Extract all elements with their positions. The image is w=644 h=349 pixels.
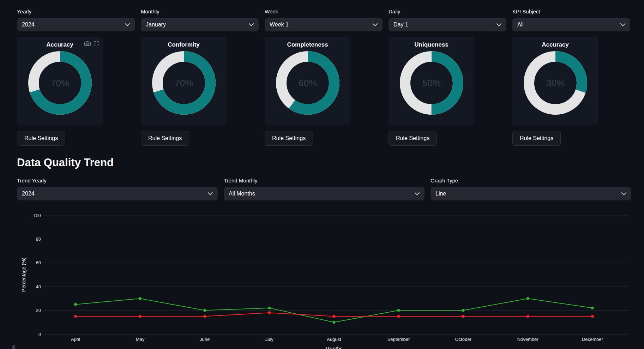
svg-text:April: April	[71, 337, 80, 342]
filter-yearly: Yearly 2024	[17, 8, 135, 31]
filter-yearly-value: 2024	[22, 22, 35, 28]
scrollbar-thumb[interactable]	[12, 345, 15, 349]
filter-trend-monthly: Trend Monthly All Months	[224, 177, 425, 200]
kpi-card-accuracy-2: Accuracy 30%	[512, 37, 598, 125]
kpi-card-accuracy: Accuracy 70%	[17, 37, 103, 125]
filter-monthly-select[interactable]: January	[141, 18, 259, 31]
svg-text:June: June	[200, 337, 210, 342]
filter-yearly-label: Yearly	[17, 8, 135, 14]
svg-text:40: 40	[36, 284, 41, 289]
trend-line-chart[interactable]: 020406080100Percentage (%)AprilMayJuneJu…	[17, 208, 631, 349]
kpi-card-title: Uniqueness	[389, 41, 474, 48]
svg-text:20: 20	[36, 308, 41, 313]
svg-text:December: December	[582, 337, 603, 342]
svg-text:July: July	[265, 337, 274, 342]
filter-week-label: Week	[265, 8, 383, 14]
svg-text:60: 60	[36, 260, 41, 265]
donut-percent-label: 60%	[298, 78, 317, 88]
filter-daily-select[interactable]: Day 1	[389, 18, 506, 31]
kpi-filter-row: Yearly 2024 Monthly January Week Week 1	[17, 8, 631, 31]
trend-chart-area: 020406080100Percentage (%)AprilMayJuneJu…	[17, 208, 631, 349]
kpi-card-title: Completeness	[265, 41, 350, 48]
donut-percent-label: 70%	[174, 78, 193, 88]
filter-trend-monthly-select[interactable]: All Months	[224, 187, 425, 200]
donut-chart-conformity[interactable]: 70%	[141, 51, 227, 115]
filter-week-value: Week 1	[270, 22, 289, 28]
chevron-down-icon	[249, 23, 254, 26]
main-content: Yearly 2024 Monthly January Week Week 1	[17, 0, 631, 349]
filter-kpi-subject-select[interactable]: All	[512, 18, 630, 31]
page-title: Data Quality Trend	[17, 156, 631, 169]
dashboard: Yearly 2024 Monthly January Week Week 1	[0, 0, 644, 349]
chevron-down-icon	[620, 23, 625, 26]
filter-week-select[interactable]: Week 1	[265, 18, 383, 31]
chevron-down-icon	[373, 23, 378, 26]
filter-week: Week Week 1	[265, 8, 383, 31]
filter-monthly: Monthly January	[141, 8, 259, 31]
camera-icon[interactable]	[84, 41, 91, 46]
donut-chart-completeness[interactable]: 60%	[265, 51, 350, 115]
donut-percent-label: 30%	[546, 78, 564, 88]
donut-chart-uniqueness[interactable]: 50%	[389, 51, 474, 115]
filter-trend-monthly-label: Trend Monthly	[224, 177, 425, 183]
svg-text:Months: Months	[325, 345, 343, 349]
rule-settings-row: Rule Settings Rule Settings Rule Setting…	[17, 131, 631, 146]
rule-settings-button-uniqueness[interactable]: Rule Settings	[389, 131, 437, 146]
kpi-card-completeness: Completeness 60%	[265, 37, 350, 125]
donut-percent-label: 50%	[422, 78, 440, 88]
kpi-card-title: Conformity	[141, 41, 227, 48]
svg-text:October: October	[455, 337, 471, 342]
chart-modebar	[84, 41, 99, 46]
donut-percent-label: 70%	[50, 78, 69, 88]
filter-kpi-subject-value: All	[517, 22, 524, 28]
svg-text:November: November	[517, 337, 539, 342]
filter-daily-label: Daily	[389, 8, 506, 14]
filter-trend-yearly: Trend Yearly 2024	[17, 177, 218, 200]
filter-kpi-subject: KPI Subject All	[512, 8, 630, 31]
filter-graph-type-value: Line	[435, 191, 446, 197]
chevron-down-icon	[125, 23, 130, 26]
filter-kpi-subject-label: KPI Subject	[512, 8, 630, 14]
svg-text:September: September	[387, 337, 410, 342]
kpi-card-uniqueness: Uniqueness 50%	[389, 37, 474, 125]
svg-text:August: August	[327, 337, 341, 342]
kpi-card-title: Accuracy	[512, 41, 598, 48]
chevron-down-icon	[208, 192, 213, 195]
fullscreen-icon[interactable]	[94, 41, 99, 46]
chevron-down-icon	[415, 192, 420, 195]
chevron-down-icon	[496, 23, 501, 26]
rule-settings-button-accuracy[interactable]: Rule Settings	[17, 131, 65, 146]
donut-chart-accuracy[interactable]: 70%	[17, 51, 103, 115]
kpi-card-conformity: Conformity 70%	[141, 37, 227, 125]
filter-daily-value: Day 1	[393, 22, 408, 28]
svg-text:Percentage (%): Percentage (%)	[21, 258, 26, 292]
filter-monthly-label: Monthly	[141, 8, 259, 14]
svg-text:100: 100	[33, 213, 41, 218]
filter-monthly-value: January	[146, 22, 166, 28]
filter-graph-type-select[interactable]: Line	[431, 187, 631, 200]
filter-trend-monthly-value: All Months	[229, 191, 255, 197]
kpi-card-row: Accuracy 70% Conformity	[17, 37, 631, 125]
filter-yearly-select[interactable]: 2024	[17, 18, 135, 31]
filter-trend-yearly-value: 2024	[22, 191, 35, 197]
filter-trend-yearly-label: Trend Yearly	[17, 177, 218, 183]
svg-text:0: 0	[38, 332, 41, 337]
filter-trend-yearly-select[interactable]: 2024	[17, 187, 218, 200]
filter-graph-type-label: Graph Type	[431, 177, 631, 183]
chevron-down-icon	[621, 192, 626, 195]
svg-text:80: 80	[36, 236, 41, 242]
rule-settings-button-completeness[interactable]: Rule Settings	[265, 131, 313, 146]
svg-text:May: May	[136, 337, 145, 342]
filter-daily: Daily Day 1	[389, 8, 506, 31]
filter-graph-type: Graph Type Line	[431, 177, 631, 200]
donut-chart-accuracy-2[interactable]: 30%	[512, 51, 598, 115]
rule-settings-button-accuracy-2[interactable]: Rule Settings	[512, 131, 561, 146]
trend-filter-row: Trend Yearly 2024 Trend Monthly All Mont…	[17, 177, 631, 200]
rule-settings-button-conformity[interactable]: Rule Settings	[141, 131, 189, 146]
